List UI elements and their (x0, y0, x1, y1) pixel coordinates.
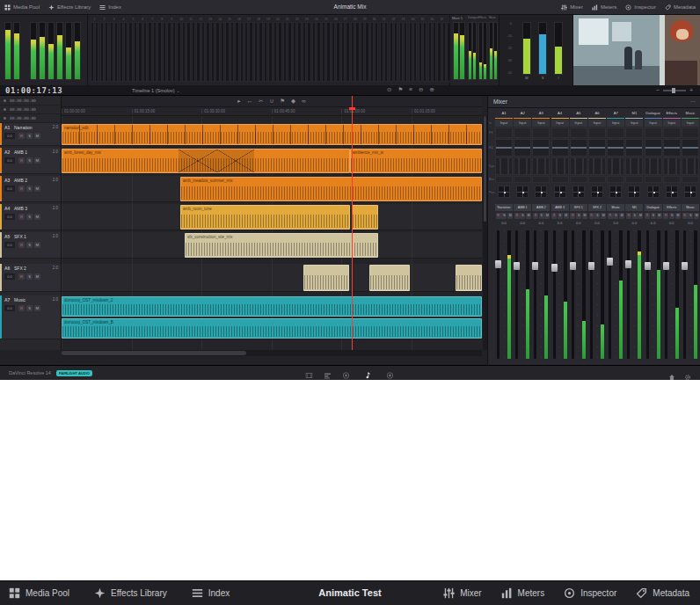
strip-arm-button[interactable]: R (645, 213, 650, 219)
strip-label[interactable]: A5 (570, 111, 587, 119)
track-fader-value[interactable]: 0.0 (4, 157, 15, 164)
strip-bus-cell[interactable] (514, 176, 531, 183)
toolbar-item-meters[interactable]: Meters (592, 4, 616, 11)
track-fader-value[interactable]: 0.0 (4, 214, 15, 220)
strip-solo-button[interactable]: S (651, 213, 656, 219)
toolbar-item-inspector[interactable]: Inspector (564, 587, 616, 599)
track-arm-button[interactable]: R (18, 242, 25, 248)
fader-handle[interactable] (495, 260, 501, 268)
fader-handle[interactable] (570, 262, 576, 270)
track-header-A2[interactable]: A2AMB 12.00.0RSM (0, 148, 62, 174)
strip-input-slot[interactable]: Input (532, 120, 550, 127)
strip-label[interactable]: A6 (588, 111, 606, 119)
toolbar-item-metadata[interactable]: Metadata (665, 4, 696, 11)
track-fader-value[interactable]: 0.0 (4, 186, 15, 192)
toolbar-item-index[interactable]: Index (192, 587, 230, 599)
playhead-marker[interactable] (349, 107, 355, 110)
strip-dynamics-cell[interactable] (663, 157, 681, 175)
strip-mute-button[interactable]: M (675, 213, 681, 219)
marker-tool-icon[interactable]: ◆ (291, 98, 295, 105)
strip-solo-button[interactable]: S (669, 213, 674, 219)
strip-bus-cell[interactable] (682, 176, 699, 183)
strip-input-slot[interactable]: Input (682, 120, 699, 127)
strip-eq-cell[interactable] (588, 139, 606, 157)
track-solo-button[interactable]: S (26, 214, 33, 220)
clip-A2-2[interactable]: ambience_mix_st (350, 149, 482, 173)
track-header-A7[interactable]: A7Music2.00.0RSM (0, 295, 62, 339)
strip-effects-slot[interactable] (663, 128, 681, 138)
strip-bus-cell[interactable] (570, 176, 587, 183)
track-fader-value[interactable]: 0.0 (4, 273, 15, 280)
strip-mute-button[interactable]: M (507, 213, 513, 219)
strip-bus-cell[interactable] (625, 176, 643, 183)
strip-input-slot[interactable]: Input (645, 120, 662, 127)
strip-solo-button[interactable]: S (558, 213, 563, 219)
strip-bus-cell[interactable] (663, 176, 681, 183)
strip-dynamics-cell[interactable] (625, 157, 643, 175)
strip-eq-cell[interactable] (607, 139, 624, 157)
strip-solo-button[interactable]: S (632, 213, 638, 219)
clip-A6-1[interactable] (303, 265, 349, 291)
toolbar-item-mixer[interactable]: Mixer (443, 587, 481, 599)
page-button-deliver[interactable]: Deliver (384, 367, 397, 380)
strip-bus-cell[interactable] (645, 176, 662, 183)
strip-label[interactable]: A7 (607, 111, 624, 119)
strip-effects-slot[interactable] (570, 128, 587, 138)
clip-A4-1[interactable]: amb_room_tone (180, 205, 350, 230)
vertical-scrollbar-thumb[interactable] (484, 116, 486, 222)
track-solo-button[interactable]: S (26, 157, 33, 164)
track-arm-button[interactable]: R (18, 133, 25, 139)
strip-eq-cell[interactable] (645, 139, 662, 157)
strip-dynamics-cell[interactable] (570, 157, 587, 175)
fader-handle[interactable] (532, 262, 538, 270)
page-button-media[interactable]: Media (303, 367, 314, 380)
strip-label[interactable]: A2 (514, 111, 531, 119)
strip-label[interactable]: Music (682, 111, 699, 119)
flag-tool-icon[interactable]: ⚑ (280, 98, 285, 105)
fader-handle[interactable] (551, 264, 558, 272)
toolbar-item-index[interactable]: Index (99, 4, 121, 11)
strip-input-slot[interactable]: Input (607, 120, 624, 127)
strip-input-slot[interactable]: Input (588, 120, 606, 127)
strip-eq-cell[interactable] (625, 139, 643, 157)
clip-A1-1[interactable]: narration_edit (62, 124, 482, 145)
track-header-A3[interactable]: A3AMB 22.00.0RSM (0, 176, 62, 202)
track-mute-button[interactable]: M (34, 214, 40, 220)
strip-label[interactable]: A4 (551, 111, 569, 119)
track-arm-button[interactable]: R (18, 273, 25, 280)
horizontal-scrollbar-thumb[interactable] (62, 351, 246, 355)
clip-A5-1[interactable]: sfx_construction_site_mix (185, 233, 378, 258)
fader-handle[interactable] (588, 262, 594, 270)
page-button-edit[interactable]: Edit (324, 367, 332, 380)
strip-effects-slot[interactable] (514, 128, 531, 138)
track-header-A4[interactable]: A4AMB 32.00.0RSM (0, 204, 62, 230)
strip-pan-control[interactable] (554, 186, 566, 198)
razor-tool-icon[interactable]: ✂ (259, 98, 263, 105)
strip-arm-button[interactable]: R (682, 213, 688, 219)
strip-input-slot[interactable]: Input (514, 120, 531, 127)
zoom-out-icon[interactable]: ⊖ (419, 87, 423, 93)
marker-row-1[interactable]: 00:00:00:00 (0, 97, 62, 106)
strip-pan-control[interactable] (666, 186, 678, 198)
page-button-fairlight[interactable]: Fairlight (361, 367, 375, 380)
toolbar-item-mixer[interactable]: Mixer (561, 4, 583, 11)
trim-tool-icon[interactable]: ↔ (247, 98, 253, 105)
track-arm-button[interactable]: R (18, 157, 25, 164)
toolbar-item-meters[interactable]: Meters (501, 587, 545, 599)
strip-pan-control[interactable] (684, 186, 696, 198)
zoom-out-icon[interactable]: − (656, 87, 660, 93)
target-icon[interactable]: ⊙ (387, 87, 391, 93)
flag2-icon[interactable]: ⚑ (397, 87, 403, 93)
strip-pan-control[interactable] (591, 186, 603, 198)
strip-effects-slot[interactable] (682, 128, 699, 138)
track-solo-button[interactable]: S (26, 133, 33, 139)
strip-effects-slot[interactable] (551, 128, 569, 138)
strip-eq-cell[interactable] (663, 139, 681, 157)
strip-solo-button[interactable]: S (501, 213, 507, 219)
strip-effects-slot[interactable] (645, 128, 662, 138)
strip-pan-control[interactable] (609, 186, 622, 198)
strip-dynamics-cell[interactable] (495, 157, 513, 175)
toolbar-item-metadata[interactable]: Metadata (636, 587, 689, 599)
strip-label[interactable]: A1 (495, 111, 513, 119)
strip-dynamics-cell[interactable] (645, 157, 662, 175)
